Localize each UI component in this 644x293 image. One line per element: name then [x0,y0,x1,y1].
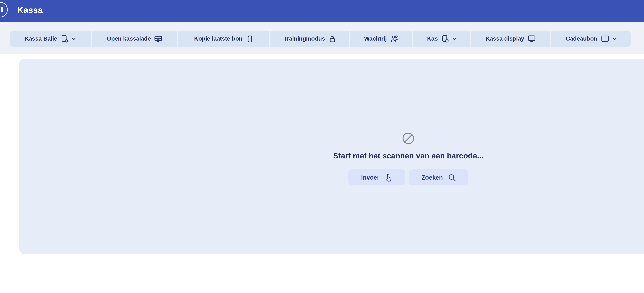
top-bar: Kassa Doorleververzoeken [0,0,644,22]
menu-circle-icon[interactable] [0,2,8,17]
scan-panel: Start met het scannen van een barcode...… [19,58,644,254]
chevron-down-icon [612,36,617,41]
scan-message: Start met het scannen van een barcode... [333,151,484,160]
chevron-down-icon [71,36,76,41]
toolbar-button-trainingmodus[interactable]: Trainingmodus [270,31,350,47]
pos-terminal-icon [441,34,449,43]
toolbar-button-label: Kassa Balie [24,35,57,42]
scan-panel-buttons: Invoer Zoeken [348,169,468,185]
invoer-button-label: Invoer [361,174,380,181]
toolbar-button-kas[interactable]: Kas [414,31,472,47]
hand-pointer-icon [384,173,392,182]
giftcard-icon [600,35,609,42]
toolbar-button-label: Kas [427,35,438,42]
scan-panel-inner: Start met het scannen van een barcode...… [19,58,644,254]
zoeken-button[interactable]: Zoeken [409,169,468,185]
toolbar-button-open-kassalade[interactable]: Open kassalade [92,31,178,47]
lock-icon [328,34,336,43]
toolbar-button-label: Cadeaubon [566,35,597,42]
toolbar-button-kassa-balie[interactable]: Kassa Balie [10,31,92,47]
main-content: Start met het scannen van een barcode...… [0,54,644,293]
toolbar-button-wachtrij[interactable]: Wachtrij [350,31,414,47]
search-icon [448,174,456,181]
toolbar-button-label: Open kassalade [107,35,151,42]
pos-terminal-icon [60,34,68,43]
zoeken-button-label: Zoeken [422,174,443,181]
topbar-nav: Doorleververzoeken Notificaties [641,0,644,22]
circle-slash-icon [402,132,415,145]
toolbar: Kassa Balie Open kassalade Kopie la [10,31,631,47]
receipt-icon [246,34,254,43]
kassa-app: Kassa Doorleververzoeken [0,0,644,293]
display-icon [528,35,536,42]
toolbar-button-kassa-display[interactable]: Kassa display [472,31,551,47]
invoer-button[interactable]: Invoer [348,169,405,185]
cash-drawer-icon [154,35,162,42]
chevron-down-icon [452,36,456,41]
toolbar-button-label: Kopie laatste bon [194,35,242,42]
toolbar-button-kopie-laatste-bon[interactable]: Kopie laatste bon [178,31,270,47]
queue-icon [390,35,398,42]
toolbar-button-label: Wachtrij [364,35,387,42]
toolbar-button-cadeaubon[interactable]: Cadeaubon [551,31,631,47]
nav-item-doorleververzoeken[interactable]: Doorleververzoeken [641,3,644,18]
page-title: Kassa [18,5,43,15]
toolbar-button-label: Trainingmodus [284,35,325,42]
toolbar-button-label: Kassa display [486,35,524,42]
